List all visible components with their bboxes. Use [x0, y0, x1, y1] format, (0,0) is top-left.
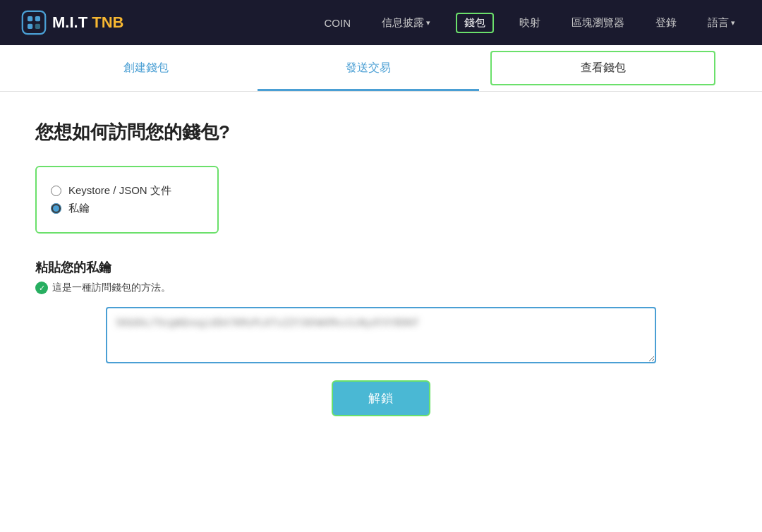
option-keystore[interactable]: Keystore / JSON 文件	[51, 184, 203, 198]
brand-logo[interactable]: M.I.T TNB	[21, 10, 123, 35]
paste-title: 粘貼您的私鑰	[35, 259, 727, 276]
logo-icon	[21, 10, 47, 35]
svg-rect-1	[28, 16, 32, 21]
radio-keystore[interactable]	[51, 186, 61, 196]
main-content: 您想如何訪問您的錢包? Keystore / JSON 文件 私鑰 粘貼您的私鑰…	[14, 92, 748, 459]
navbar: M.I.T TNB COIN 信息披露 錢包 映射 區塊瀏覽器 登錄 語言	[0, 0, 762, 45]
nav-wallet[interactable]: 錢包	[456, 13, 494, 33]
nav-login[interactable]: 登錄	[650, 13, 682, 32]
private-key-label: 私鑰	[68, 202, 90, 215]
nav-menu: COIN 信息披露 錢包 映射 區塊瀏覽器 登錄 語言	[319, 13, 742, 33]
radio-private-key[interactable]	[51, 203, 61, 214]
unlock-button-wrapper: 解鎖	[35, 380, 727, 416]
svg-rect-3	[28, 24, 32, 29]
tab-send-transaction[interactable]: 發送交易	[258, 45, 480, 91]
svg-rect-2	[35, 16, 40, 21]
brand-tnb-text: TNB	[92, 13, 123, 31]
section-question: 您想如何訪問您的錢包?	[35, 120, 727, 145]
nav-language[interactable]: 語言	[702, 13, 741, 32]
svg-rect-4	[35, 24, 40, 29]
keystore-label: Keystore / JSON 文件	[68, 184, 171, 198]
brand-mit-text: M.I.T	[52, 13, 87, 31]
option-private-key[interactable]: 私鑰	[51, 202, 203, 215]
tabs-inner: 創建錢包 發送交易 查看錢包	[14, 45, 748, 91]
svg-rect-0	[23, 11, 45, 34]
nav-mapping[interactable]: 映射	[514, 13, 546, 32]
nav-coin[interactable]: COIN	[319, 14, 357, 32]
unlock-button[interactable]: 解鎖	[332, 380, 430, 416]
tab-create-wallet[interactable]: 創建錢包	[35, 45, 258, 91]
private-key-input[interactable]: 5Kb8kLf9zgWQnogidDA76MzPL6TsZZY36hWXMssS…	[106, 307, 656, 363]
nav-info[interactable]: 信息披露	[376, 13, 436, 32]
paste-section: 粘貼您的私鑰 ✓ 這是一種訪問錢包的方法。 5Kb8kLf9zgWQnogidD…	[35, 259, 727, 416]
check-circle-icon: ✓	[35, 282, 48, 294]
access-method-box: Keystore / JSON 文件 私鑰	[35, 166, 219, 234]
tabs-wrapper: 創建錢包 發送交易 查看錢包	[0, 45, 762, 92]
nav-explorer[interactable]: 區塊瀏覽器	[566, 13, 630, 32]
info-text: 這是一種訪問錢包的方法。	[52, 282, 171, 294]
info-line: ✓ 這是一種訪問錢包的方法。	[35, 282, 727, 294]
tab-view-wallet[interactable]: 查看錢包	[490, 51, 715, 85]
